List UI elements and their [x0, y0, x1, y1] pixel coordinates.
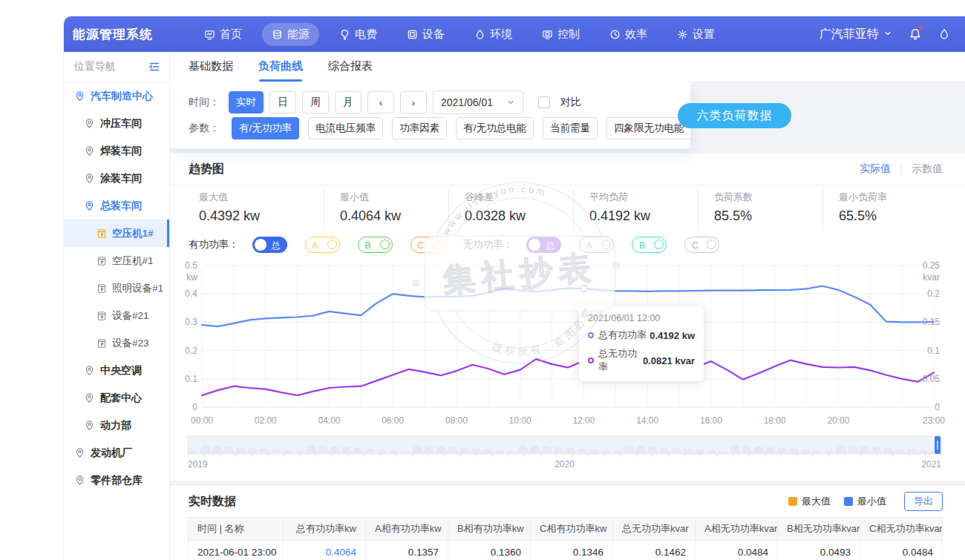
toggle-label: C	[418, 240, 425, 251]
tab-load-curve[interactable]: 负荷曲线	[258, 52, 303, 82]
nav-item-control[interactable]: 控制	[532, 23, 589, 46]
table-header-cell: B相有功功率kw	[448, 518, 531, 541]
sidebar-item-device-23[interactable]: 设备#23	[64, 329, 169, 357]
tab-basic-data[interactable]: 基础数据	[189, 52, 233, 82]
stat-label: 最小值	[340, 191, 448, 204]
export-button[interactable]: 导出	[904, 492, 943, 511]
legend-toggle-total-active[interactable]: 总	[252, 237, 287, 253]
sidebar-item-device-21[interactable]: 设备#21	[64, 302, 169, 329]
time-button-realtime[interactable]: 实时	[229, 91, 264, 113]
sidebar-item-parts-warehouse[interactable]: 零件部仓库	[64, 467, 169, 494]
svg-text:12:00: 12:00	[572, 415, 595, 426]
sidebar-item-car-center[interactable]: 汽车制造中心	[64, 82, 169, 110]
param-filter-row: 参数： 有/无功功率电流电压频率功率因素有/无功总电能当前需量四象限无功电能	[189, 116, 690, 140]
trend-chart[interactable]: 00.10.20.30.40.5kw00.050.10.150.20.25kva…	[169, 257, 965, 472]
top-nav: 首页能源电费设备环境控制效率设置	[194, 23, 724, 46]
trend-chart-card: 趋势图 实际值 | 示数值 最大值0.4392 kw最小值0.4064 kw谷峰…	[169, 154, 965, 481]
sidebar-item-central-ac[interactable]: 中央空调	[64, 357, 169, 384]
param-button-power[interactable]: 有/无功功率	[232, 117, 299, 139]
notifications-bell-icon[interactable]	[909, 27, 922, 41]
legend-toggle-phase-c-reactive[interactable]: C	[684, 237, 719, 253]
mode-actual-value[interactable]: 实际值	[860, 162, 891, 176]
date-picker[interactable]: 2021/06/01	[433, 90, 523, 114]
trend-header: 趋势图 实际值 | 示数值	[169, 154, 965, 185]
svg-text:kvar: kvar	[923, 272, 940, 283]
svg-text:kw: kw	[186, 272, 197, 283]
tab-bar: 基础数据负荷曲线综合报表	[169, 52, 965, 82]
stat-label: 谷峰差	[465, 191, 573, 204]
time-button-day[interactable]: 日	[269, 91, 296, 113]
svg-text:0.1: 0.1	[185, 374, 197, 384]
meter-icon	[96, 283, 107, 294]
sidebar-item-stamping-shop[interactable]: 冲压车间	[64, 110, 169, 137]
stat-label: 最小负荷率	[839, 191, 947, 204]
sidebar-item-power-dept[interactable]: 动力部	[64, 412, 169, 439]
sidebar-item-air-compressor-01[interactable]: 空压机#1	[64, 247, 169, 274]
param-filter-label: 参数：	[189, 122, 220, 135]
sidebar-item-painting-shop[interactable]: 涂装车间	[64, 165, 169, 192]
toggle-label: 总	[272, 240, 281, 252]
date-value: 2021/06/01	[441, 96, 493, 108]
svg-text:16:00: 16:00	[700, 415, 722, 426]
prev-date-button[interactable]: ‹	[367, 91, 394, 113]
pin-icon	[84, 392, 95, 403]
sidebar-item-engine-plant[interactable]: 发动机厂	[64, 439, 169, 467]
efficiency-icon	[609, 29, 621, 40]
mode-reading-value[interactable]: 示数值	[912, 162, 943, 176]
sidebar-item-lighting-1[interactable]: 照明设备#1	[64, 274, 169, 302]
series-marker-icon	[588, 332, 594, 338]
sidebar-item-support-center[interactable]: 配套中心	[64, 384, 169, 412]
nav-item-energy[interactable]: 能源	[262, 23, 319, 46]
param-button-power-factor[interactable]: 功率因素	[392, 117, 447, 139]
sidebar-item-welding-shop[interactable]: 焊装车间	[64, 137, 169, 165]
time-button-week[interactable]: 周	[302, 91, 329, 113]
sidebar-item-label: 焊装车间	[100, 145, 142, 158]
time-button-month[interactable]: 月	[335, 91, 362, 113]
sidebar-collapse-icon[interactable]	[148, 61, 160, 73]
param-button-total-energy[interactable]: 有/无功总电能	[456, 117, 534, 139]
notification-dot	[919, 26, 923, 30]
table-row: 2021-06-01 23:000.40640.13570.13600.1346…	[189, 541, 943, 560]
legend-toggle-phase-a-active[interactable]: A	[305, 237, 340, 253]
nav-item-efficiency[interactable]: 效率	[600, 23, 657, 46]
meter-icon	[96, 228, 107, 239]
svg-text:0.1: 0.1	[927, 346, 940, 356]
realtime-header: 实时数据 最大值最小值 导出	[169, 486, 965, 517]
nav-item-device[interactable]: 设备	[397, 23, 454, 46]
next-date-button[interactable]: ›	[400, 91, 427, 113]
legend-group: 有功功率：总ABC	[189, 237, 445, 253]
nav-item-label: 电费	[355, 27, 377, 42]
nav-item-environment[interactable]: 环境	[465, 23, 522, 46]
filter-panel: 时间： 实时日周月 ‹ › 2021/06/01 对比 参数： 有/无功功率电流…	[169, 82, 690, 148]
tab-report[interactable]: 综合报表	[328, 52, 373, 82]
sidebar-item-assembly-shop[interactable]: 总装车间	[64, 192, 169, 220]
nav-item-label: 效率	[625, 27, 647, 42]
table-cell: 0.1346	[531, 541, 613, 560]
toggle-label: A	[313, 240, 318, 251]
param-button-current-voltage-freq[interactable]: 电流电压频率	[308, 117, 383, 139]
table-cell[interactable]: 0.4064	[284, 541, 366, 560]
stat-label: 负荷系数	[714, 191, 822, 204]
water-drop-icon[interactable]	[938, 27, 950, 41]
nav-item-electricity-fee[interactable]: 电费	[330, 23, 387, 46]
legend-toggle-phase-b-reactive[interactable]: B	[632, 237, 667, 253]
tooltip-row: 总无功功率0.0821 kvar	[588, 347, 695, 374]
nav-item-home[interactable]: 首页	[194, 23, 252, 46]
toggle-label: C	[692, 240, 699, 251]
pin-icon	[84, 365, 95, 376]
pin-icon	[74, 447, 85, 458]
stat-value: 0.0328 kw	[465, 208, 573, 224]
compare-checkbox[interactable]	[538, 96, 550, 108]
param-button-demand[interactable]: 当前需量	[543, 117, 598, 139]
legend-toggle-phase-a-reactive[interactable]: A	[579, 237, 614, 253]
nav-item-settings[interactable]: 设置	[667, 23, 724, 46]
legend-toggle-total-reactive[interactable]: 总	[526, 237, 561, 253]
svg-text:08:00: 08:00	[445, 415, 468, 426]
company-switcher[interactable]: 广汽菲亚特	[820, 27, 892, 42]
sidebar-item-air-compressor-1[interactable]: 空压机1#	[64, 220, 169, 247]
legend-toggle-phase-c-active[interactable]: C	[410, 237, 445, 253]
svg-text:0: 0	[935, 402, 940, 412]
legend-toggle-phase-b-active[interactable]: B	[358, 237, 393, 253]
meter-icon	[96, 338, 107, 349]
value-mode-switch: 实际值 | 示数值	[860, 162, 943, 176]
